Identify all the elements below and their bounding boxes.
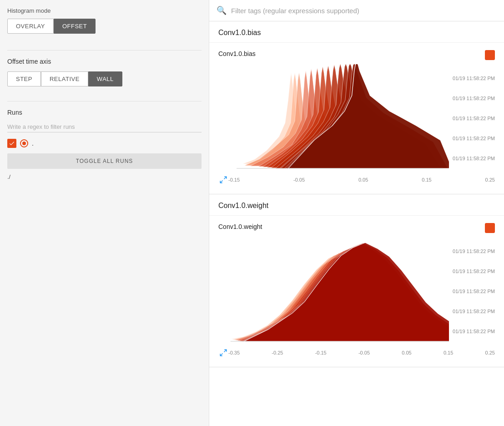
svg-line-30: [224, 350, 227, 352]
run-dot-label: .: [32, 140, 34, 147]
histogram-canvas-bias: [218, 64, 449, 173]
run-path: ./: [7, 173, 202, 180]
wx-label-4: -0.05: [358, 350, 370, 355]
chart-timestamps-bias: 01/19 11:58:22 PM 01/19 11:58:22 PM 01/1…: [453, 64, 495, 173]
x-label-2: -0.05: [293, 177, 305, 183]
expand-icon-weight[interactable]: [218, 348, 228, 358]
weight-histogram-svg: [218, 237, 449, 346]
offset-time-section: Offset time axis STEP RELATIVE WALL: [7, 58, 202, 86]
offset-time-axis-label: Offset time axis: [7, 58, 202, 65]
sidebar: Histogram mode OVERLAY OFFSET Offset tim…: [0, 0, 209, 426]
wtimestamp-1: 01/19 11:58:22 PM: [453, 248, 495, 254]
step-button[interactable]: STEP: [7, 71, 41, 86]
wx-label-2: -0.25: [272, 350, 283, 355]
relative-button[interactable]: RELATIVE: [41, 71, 88, 86]
svg-line-16: [220, 181, 222, 183]
divider-2: [7, 101, 202, 101]
toggle-all-runs-button[interactable]: TOGGLE ALL RUNS: [7, 153, 202, 169]
run-checkbox[interactable]: [7, 139, 16, 148]
wtimestamp-3: 01/19 11:58:22 PM: [453, 289, 495, 294]
svg-marker-28: [244, 243, 449, 341]
x-axis-labels-weight: -0.35 -0.25 -0.15 -0.05 0.05 0.15 0.25: [228, 350, 495, 355]
offset-button[interactable]: OFFSET: [54, 19, 96, 34]
expand-arrows-icon: [219, 176, 227, 184]
chart-section-bias: Conv1.0.bias Conv1.0.bias: [209, 21, 504, 194]
x-label-4: 0.15: [422, 177, 431, 183]
timestamp-2: 01/19 11:58:22 PM: [453, 96, 495, 101]
chart-area-bias: 01/19 11:58:22 PM 01/19 11:58:22 PM 01/1…: [218, 64, 495, 173]
x-label-3: 0.05: [358, 177, 368, 183]
chart-section-header-bias: Conv1.0.bias: [209, 21, 504, 43]
x-axis-labels-bias: -0.15 -0.05 0.05 0.15 0.25: [228, 177, 495, 183]
time-axis-toggle-group: STEP RELATIVE WALL: [7, 71, 202, 86]
expand-arrows-icon-weight: [219, 349, 227, 357]
chart-card-weight: Conv1.0.weight: [209, 216, 504, 367]
filter-bar: 🔍: [209, 0, 504, 21]
chart-section-header-weight: Conv1.0.weight: [209, 194, 504, 216]
histogram-mode-toggle-group: OVERLAY OFFSET: [7, 19, 202, 34]
chart-area-weight: 01/19 11:58:22 PM 01/19 11:58:22 PM 01/1…: [218, 237, 495, 346]
wx-label-5: 0.05: [402, 350, 411, 355]
run-row: .: [7, 139, 202, 148]
filter-tags-input[interactable]: [231, 7, 497, 15]
chart-section-weight: Conv1.0.weight Conv1.0.weight: [209, 194, 504, 367]
svg-line-15: [224, 177, 227, 179]
chart-title-weight: Conv1.0.weight: [218, 223, 262, 230]
wx-label-6: 0.15: [444, 350, 453, 355]
wx-label-1: -0.35: [228, 350, 240, 355]
runs-label: Runs: [7, 109, 202, 116]
histogram-canvas-weight: [218, 237, 449, 346]
chart-bottom-weight: -0.35 -0.25 -0.15 -0.05 0.05 0.15 0.25: [218, 348, 495, 358]
x-label-1: -0.15: [228, 177, 240, 183]
overlay-button[interactable]: OVERLAY: [7, 19, 54, 34]
wall-button[interactable]: WALL: [88, 71, 122, 86]
radio-inner: [22, 142, 26, 145]
wtimestamp-4: 01/19 11:58:22 PM: [453, 309, 495, 314]
svg-line-31: [220, 354, 222, 356]
runs-section: Runs . TOGGLE ALL RUNS ./: [7, 109, 202, 180]
timestamp-5: 01/19 11:58:22 PM: [453, 156, 495, 161]
chart-timestamps-weight: 01/19 11:58:22 PM 01/19 11:58:22 PM 01/1…: [453, 237, 495, 346]
timestamp-1: 01/19 11:58:22 PM: [453, 76, 495, 81]
color-swatch-weight: [485, 223, 495, 233]
run-radio[interactable]: [20, 139, 28, 147]
x-label-5: 0.25: [485, 177, 495, 183]
checkmark-icon: [9, 140, 15, 147]
chart-title-row-weight: Conv1.0.weight: [218, 223, 495, 233]
bias-histogram-svg: [218, 64, 449, 173]
main-content: 🔍 Conv1.0.bias Conv1.0.bias: [209, 0, 504, 426]
chart-title-row-bias: Conv1.0.bias: [218, 50, 495, 60]
histogram-mode-section: Histogram mode OVERLAY OFFSET: [7, 7, 202, 34]
expand-icon-bias[interactable]: [218, 175, 228, 185]
color-swatch-bias: [485, 50, 495, 60]
search-icon: 🔍: [217, 5, 227, 15]
histogram-mode-label: Histogram mode: [7, 7, 202, 14]
wtimestamp-5: 01/19 11:58:22 PM: [453, 329, 495, 334]
timestamp-3: 01/19 11:58:22 PM: [453, 116, 495, 121]
wx-label-3: -0.15: [315, 350, 327, 355]
timestamp-4: 01/19 11:58:22 PM: [453, 136, 495, 141]
chart-title-bias: Conv1.0.bias: [218, 50, 256, 57]
wx-label-7: 0.25: [485, 350, 495, 355]
wtimestamp-2: 01/19 11:58:22 PM: [453, 269, 495, 274]
filter-runs-input[interactable]: [7, 122, 202, 132]
divider-1: [7, 50, 202, 51]
chart-card-bias: Conv1.0.bias: [209, 43, 504, 194]
chart-bottom-bias: -0.15 -0.05 0.05 0.15 0.25: [218, 175, 495, 185]
